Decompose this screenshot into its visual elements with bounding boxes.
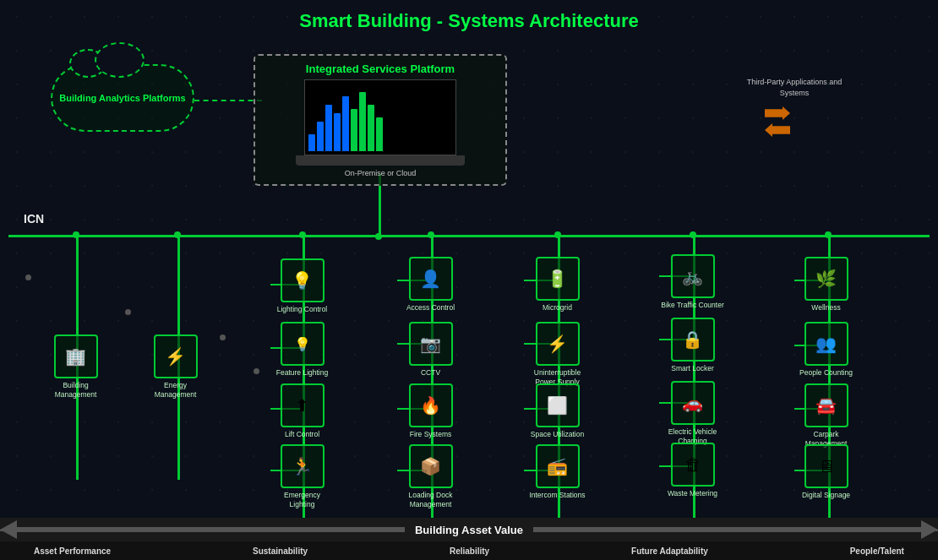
space-util-label: Space Utilization (526, 430, 589, 439)
emergency-lighting-label: Emergency Lighting (270, 491, 334, 508)
arrow-left-1 (765, 123, 790, 137)
node-intercom: 📻 Intercom Stations (526, 444, 589, 500)
space-util-icon: ⬜ (536, 383, 580, 427)
intercom-label: Intercom Stations (526, 491, 589, 500)
fire-systems-label: Fire Systems (399, 430, 462, 439)
asset-value-bar: Building Asset Value (0, 518, 938, 541)
arrow-right-1 (765, 106, 790, 120)
node-fire-systems: 🔥 Fire Systems (399, 383, 462, 439)
isp-box: Integrated Services Platform On-Premise … (254, 54, 507, 186)
node-cctv: 📷 CCTV (399, 322, 462, 378)
dot-col6 (690, 231, 696, 238)
cctv-label: CCTV (399, 368, 462, 378)
main-title: Smart Building - Systems Architecture (0, 0, 938, 39)
building-mgmt-label: Building Management (44, 381, 107, 399)
category-reliability: Reliability (450, 546, 489, 556)
isp-base (296, 155, 465, 166)
cloud-label: Building Analytics Platforms (59, 92, 185, 104)
feature-lighting-label: Feature Lighting (270, 368, 334, 378)
dot-col1 (73, 231, 79, 238)
fire-systems-icon: 🔥 (409, 383, 453, 427)
intercom-icon: 📻 (536, 444, 580, 488)
waste-metering-label: Waste Metering (661, 489, 724, 498)
dot-col5 (554, 231, 561, 238)
node-waste-metering: 🗑 Waste Metering (661, 443, 724, 498)
node-emergency-lighting: 🏃 Emergency Lighting (270, 444, 334, 508)
node-space-util: ⬜ Space Utilization (526, 383, 589, 439)
wellness-icon: 🌿 (804, 257, 848, 301)
node-wellness: 🌿 Wellness (794, 257, 858, 313)
node-people-counting: 👥 People Counting (794, 322, 858, 378)
energy-mgmt-label: Energy Management (144, 381, 207, 399)
digital-signage-icon: 🖥 (804, 444, 848, 488)
node-digital-signage: 🖥 Digital Signage (794, 444, 858, 500)
categories-bar: Asset Performance Sustainability Reliabi… (0, 541, 938, 560)
asset-value-label: Building Asset Value (405, 524, 533, 536)
emergency-lighting-icon: 🏃 (281, 444, 324, 488)
category-sustainability: Sustainability (253, 546, 308, 556)
bike-counter-icon: 🚲 (671, 254, 715, 298)
smart-locker-label: Smart Locker (661, 364, 724, 373)
node-lighting-ctrl: 💡 Lighting Control (270, 258, 334, 314)
bottom-section: Building Asset Value Asset Performance S… (0, 518, 938, 560)
lighting-ctrl-icon: 💡 (281, 258, 324, 302)
energy-mgmt-icon: ⚡ (154, 334, 198, 378)
node-smart-locker: 🔒 Smart Locker (661, 318, 724, 373)
category-future-adapt: Future Adaptability (631, 546, 708, 556)
main-h-line (8, 235, 930, 237)
people-counting-label: People Counting (794, 368, 858, 378)
ups-icon: ⚡ (536, 322, 580, 366)
loading-dock-icon: 📦 (409, 444, 453, 488)
dot-col3 (299, 231, 306, 238)
lift-control-label: Lift Control (270, 430, 334, 439)
dot-col7 (825, 231, 832, 238)
isp-dot-main (375, 233, 382, 240)
node-building-mgmt: 🏢 Building Management (44, 334, 107, 399)
wellness-label: Wellness (794, 303, 858, 313)
cctv-icon: 📷 (409, 322, 453, 366)
cloud-box: Building Analytics Platforms (51, 64, 194, 132)
cloud-isp-connector (194, 100, 262, 101)
node-energy-mgmt: ⚡ Energy Management (144, 334, 207, 399)
node-access-control: 👤 Access Control (399, 257, 462, 313)
bike-counter-label: Bike Traffic Counter (661, 301, 724, 310)
dot-bg-4 (254, 368, 259, 374)
category-people-talent: People/Talent (850, 546, 904, 556)
carpark-icon: 🚘 (804, 383, 848, 427)
node-ev-charging: 🚗 Electric Vehicle Charging (661, 381, 724, 445)
isp-screen (304, 79, 456, 155)
digital-signage-label: Digital Signage (794, 491, 858, 500)
node-lift-control: ⬆ Lift Control (270, 383, 334, 439)
microgrid-label: Microgrid (526, 303, 589, 313)
node-carpark: 🚘 Carpark Management (794, 383, 858, 448)
dot-col2 (174, 231, 181, 238)
node-feature-lighting: 💡 Feature Lighting (270, 322, 334, 378)
dot-col4 (428, 231, 434, 238)
access-control-label: Access Control (399, 303, 462, 313)
feature-lighting-icon: 💡 (281, 322, 324, 366)
loading-dock-label: Loading Dock Management (399, 491, 462, 508)
isp-sublabel: On-Premise or Cloud (262, 169, 499, 177)
smart-locker-icon: 🔒 (671, 318, 715, 362)
people-counting-icon: 👥 (804, 322, 848, 366)
dot-bg-1 (25, 275, 31, 280)
microgrid-icon: 🔋 (536, 257, 580, 301)
third-party-label: Third-Party Applications and Systems (744, 77, 845, 98)
lift-control-icon: ⬆ (281, 383, 324, 427)
dot-bg-2 (125, 309, 131, 315)
lighting-ctrl-label: Lighting Control (270, 305, 334, 314)
waste-metering-icon: 🗑 (671, 443, 715, 487)
node-ups: ⚡ Uninterruptible Power Supply (526, 322, 589, 386)
ev-charging-icon: 🚗 (671, 381, 715, 425)
node-microgrid: 🔋 Microgrid (526, 257, 589, 313)
node-loading-dock: 📦 Loading Dock Management (399, 444, 462, 508)
node-bike-counter: 🚲 Bike Traffic Counter (661, 254, 724, 310)
dot-bg-3 (220, 334, 226, 340)
building-mgmt-icon: 🏢 (54, 334, 98, 378)
category-asset-perf: Asset Performance (34, 546, 111, 556)
access-control-icon: 👤 (409, 257, 453, 301)
isp-title: Integrated Services Platform (262, 63, 499, 75)
icn-label: ICN (24, 212, 44, 226)
